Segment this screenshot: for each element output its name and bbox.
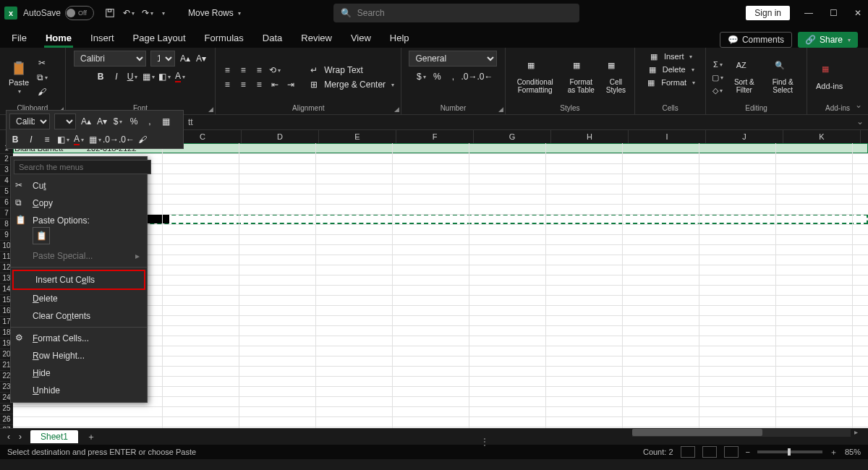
font-color-icon[interactable]: A▾ [174,71,186,82]
align-center-icon[interactable]: ≡ [237,79,249,90]
ctx-delete[interactable]: Delete [11,290,147,307]
row-header[interactable]: 27 [0,425,13,428]
increase-indent-icon[interactable]: ⇥ [285,79,297,90]
ctx-paste-default[interactable]: 📋 [33,227,50,244]
merge-center-button[interactable]: ⊞Merge & Center▾ [308,79,394,90]
mini-dec-decimal-icon[interactable]: .0← [121,134,132,145]
prev-sheet-icon[interactable]: ‹ [7,432,10,442]
normal-view-icon[interactable] [681,446,695,458]
decrease-indent-icon[interactable]: ⇤ [269,79,281,90]
autosum-icon[interactable]: Σ▾ [712,59,723,70]
mini-percent-icon[interactable]: % [128,116,140,127]
align-right-icon[interactable]: ≡ [253,79,265,90]
col-header[interactable]: F [396,130,474,143]
bold-icon[interactable]: B [95,71,106,82]
delete-cells-button[interactable]: ▦Delete▾ [647,64,694,75]
page-break-view-icon[interactable] [724,446,739,458]
paste-button[interactable]: Paste▾ [6,59,32,96]
addins-button[interactable]: ▦Add-ins [813,63,846,92]
mini-decrease-font-icon[interactable]: A▾ [96,116,108,127]
currency-icon[interactable]: $▾ [415,71,427,82]
tab-home[interactable]: Home [44,28,73,48]
share-button[interactable]: 🔗 Share ▾ [798,32,858,48]
alignment-launcher-icon[interactable]: ◢ [394,106,399,113]
autosave-toggle[interactable]: AutoSave Off [23,6,94,20]
sort-filter-button[interactable]: AZSort & Filter [728,59,760,95]
number-launcher-icon[interactable]: ◢ [498,106,503,113]
zoom-out-icon[interactable]: − [746,448,750,456]
zoom-level[interactable]: 85% [845,448,861,456]
page-layout-view-icon[interactable] [702,446,717,458]
tab-page-layout[interactable]: Page Layout [132,28,187,48]
col-header[interactable]: D [242,130,319,143]
mini-cond-format-icon[interactable]: ▦ [160,116,171,127]
format-painter-icon[interactable]: 🖌 [36,86,48,98]
zoom-in-icon[interactable]: ＋ [830,447,838,458]
row-header[interactable]: 26 [0,414,13,425]
ctx-copy[interactable]: ⧉Copy [11,195,147,212]
comments-button[interactable]: 💬 Comments [720,32,792,48]
mini-fill-icon[interactable]: ◧▾ [57,134,69,145]
mini-currency-icon[interactable]: $▾ [112,116,124,127]
expand-formula-bar-icon[interactable]: ⌄ [856,116,864,127]
number-format-select[interactable]: General [409,51,497,67]
col-header[interactable]: E [319,130,396,143]
ctx-hide[interactable]: Hide [11,364,147,382]
copy-icon[interactable]: ⧉▾ [36,72,48,83]
next-sheet-icon[interactable]: › [19,432,22,442]
decrease-decimal-icon[interactable]: .0← [479,71,490,82]
mini-inc-decimal-icon[interactable]: .0→ [105,134,116,145]
tab-file[interactable]: File [10,28,28,48]
ctx-cut[interactable]: ✂Cut [11,177,147,195]
format-as-table-button[interactable]: ▦Format as Table [563,59,599,95]
mini-align-icon[interactable]: ≡ [41,134,53,145]
redo-icon[interactable]: ↷▾ [142,7,153,19]
scrollbar-thumb[interactable] [632,429,762,436]
save-icon[interactable] [104,7,116,19]
sign-in-button[interactable]: Sign in [746,6,790,20]
close-icon[interactable]: ✕ [852,7,864,19]
cut-icon[interactable]: ✂ [36,57,48,69]
ctx-format-cells[interactable]: ⚙Format Cells... [11,330,147,347]
tab-help[interactable]: Help [388,28,411,48]
col-header[interactable]: I [629,130,706,143]
ctx-row-height[interactable]: Row Height... [11,347,147,364]
mini-italic-icon[interactable]: I [25,134,37,145]
fill-icon[interactable]: ▢▾ [712,72,723,83]
tab-view[interactable]: View [349,28,373,48]
minimize-icon[interactable]: — [803,7,814,19]
mini-comma-icon[interactable]: , [144,116,156,127]
mini-font-color-icon[interactable]: A▾ [73,134,85,145]
zoom-slider[interactable] [757,450,822,453]
mini-borders-icon[interactable]: ▦▾ [89,134,101,145]
collapse-ribbon-icon[interactable]: ⌄ [855,100,862,110]
mini-increase-font-icon[interactable]: A▴ [80,116,92,127]
col-header[interactable]: K [783,130,861,143]
mini-bold-icon[interactable]: B [9,134,21,145]
conditional-formatting-button[interactable]: ▦Conditional Formatting [511,59,559,95]
increase-decimal-icon[interactable]: .0→ [463,71,475,82]
autosave-switch[interactable]: Off [65,6,94,20]
font-name-select[interactable]: Calibri [74,51,146,67]
decrease-font-icon[interactable]: A▾ [195,53,207,64]
align-left-icon[interactable]: ≡ [221,79,233,90]
fill-color-icon[interactable]: ◧▾ [158,71,170,82]
tab-formulas[interactable]: Formulas [203,28,245,48]
orientation-icon[interactable]: ⟲▾ [269,64,281,76]
borders-icon[interactable]: ▦▾ [142,71,154,82]
cell-styles-button[interactable]: ▦Cell Styles [603,59,629,95]
col-header[interactable]: J [706,130,783,143]
wrap-text-button[interactable]: ↵Wrap Text [308,64,394,76]
format-cells-button[interactable]: ▦Format▾ [645,77,695,88]
percent-icon[interactable]: % [431,71,443,82]
zoom-slider-knob[interactable] [788,448,791,456]
align-bottom-icon[interactable]: ≡ [253,64,265,76]
col-header[interactable]: H [551,130,629,143]
mini-font-select[interactable]: Calibri [9,114,50,129]
align-top-icon[interactable]: ≡ [221,64,233,76]
qat-more-icon[interactable]: ▾ [162,10,165,17]
tab-review[interactable]: Review [299,28,333,48]
col-header[interactable]: G [474,130,551,143]
search-box[interactable]: 🔍 Search [333,4,579,22]
insert-cells-button[interactable]: ▦Insert▾ [648,51,693,62]
